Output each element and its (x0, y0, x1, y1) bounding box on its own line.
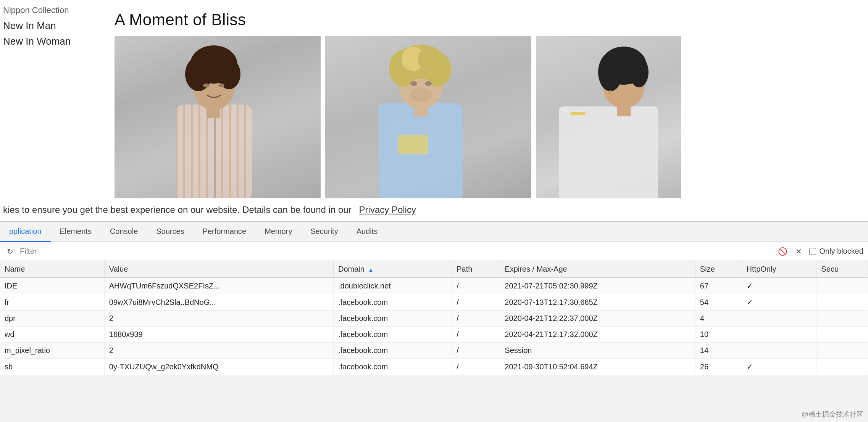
svg-point-16 (212, 51, 231, 72)
photo-2 (325, 36, 531, 200)
svg-rect-3 (191, 105, 193, 200)
devtools-tabs: pplication Elements Console Sources Perf… (0, 222, 868, 242)
svg-rect-21 (398, 135, 428, 154)
col-secure[interactable]: Secu (816, 261, 868, 278)
table-cell: 14 (695, 343, 742, 359)
tab-security[interactable]: Security (301, 222, 347, 242)
filter-bar: ↻ 🚫 ✕ Only blocked (0, 242, 868, 261)
table-row[interactable]: dpr2.facebook.com/2020-04-21T12:22:37.00… (0, 311, 868, 327)
sidebar-item-nippon[interactable]: Nippon Collection (0, 4, 92, 17)
figure-1-svg (145, 36, 282, 200)
tab-audits[interactable]: Audits (347, 222, 387, 242)
col-expires[interactable]: Expires / Max-Age (500, 261, 695, 278)
sidebar-item-new-in-man[interactable]: New In Man (0, 18, 92, 33)
svg-point-27 (418, 48, 439, 71)
table-row[interactable]: fr09wX7ui8MrvCh2Sla..BdNoG....facebook.c… (0, 294, 868, 311)
table-cell: / (452, 311, 500, 327)
table-cell: 2 (104, 343, 333, 359)
tab-memory[interactable]: Memory (255, 222, 301, 242)
filter-input[interactable] (20, 247, 773, 256)
col-name[interactable]: Name (0, 261, 104, 278)
only-blocked-toggle[interactable]: Only blocked (809, 247, 863, 256)
svg-point-36 (598, 53, 623, 91)
table-cell: Session (500, 343, 695, 359)
tab-elements[interactable]: Elements (51, 222, 101, 242)
table-cell: 10 (695, 327, 742, 343)
table-cell (816, 311, 868, 327)
svg-rect-30 (414, 106, 428, 116)
table-cell: .facebook.com (334, 294, 452, 311)
col-size[interactable]: Size (695, 261, 742, 278)
table-cell: 2021-09-30T10:52:04.694Z (500, 359, 695, 375)
block-icon[interactable]: 🚫 (777, 246, 788, 257)
svg-rect-2 (183, 105, 185, 200)
table-cell: / (452, 359, 500, 375)
svg-rect-7 (221, 105, 223, 200)
col-domain[interactable]: Domain ▲ (334, 261, 452, 278)
table-cell: sb (0, 359, 104, 375)
table-cell: 26 (695, 359, 742, 375)
table-cell (742, 311, 816, 327)
table-row[interactable]: IDEAHWqTUm6FszudQXSE2FIsZ....doubleclick… (0, 278, 868, 294)
table-row[interactable]: sb0y-TXUZUQw_g2ek0YxfkdNMQ.facebook.com/… (0, 359, 868, 375)
table-cell: ✓ (742, 278, 816, 294)
table-cell: 1680x939 (104, 327, 333, 343)
table-cell: .facebook.com (334, 311, 452, 327)
close-icon[interactable]: ✕ (793, 246, 804, 257)
svg-point-31 (409, 88, 432, 102)
cookies-table: Name Value Domain ▲ Path Expires / Max-A… (0, 261, 868, 375)
table-cell: / (452, 327, 500, 343)
photo-1 (115, 36, 321, 200)
table-cell (816, 343, 868, 359)
table-cell: ✓ (742, 294, 816, 311)
table-cell: 2020-07-13T12:17:30.665Z (500, 294, 695, 311)
table-cell: 67 (695, 278, 742, 294)
cookie-bar: kies to ensure you get the best experien… (0, 198, 868, 221)
privacy-policy-link[interactable]: Privacy Policy (359, 205, 416, 215)
filter-actions: 🚫 ✕ Only blocked (777, 246, 863, 257)
table-row[interactable]: wd1680x939.facebook.com/2020-04-21T12:17… (0, 327, 868, 343)
col-value[interactable]: Value (104, 261, 333, 278)
cookie-text: kies to ensure you get the best experien… (3, 205, 352, 215)
table-cell: AHWqTUm6FszudQXSE2FIsZ... (104, 278, 333, 294)
table-cell: 09wX7ui8MrvCh2Sla..BdNoG... (104, 294, 333, 311)
table-cell: 2021-07-21T05:02:30.999Z (500, 278, 695, 294)
table-row[interactable]: m_pixel_ratio2.facebook.com/Session14 (0, 343, 868, 359)
svg-rect-19 (207, 106, 220, 118)
table-cell: 0y-TXUZUQw_g2ek0YxfkdNMQ (104, 359, 333, 375)
svg-point-37 (629, 57, 649, 87)
svg-point-29 (425, 81, 432, 86)
table-cell (816, 359, 868, 375)
tab-performance[interactable]: Performance (194, 222, 256, 242)
table-cell (816, 294, 868, 311)
table-cell (816, 327, 868, 343)
table-cell: .facebook.com (334, 343, 452, 359)
table-cell: .facebook.com (334, 327, 452, 343)
sidebar-item-new-in-woman[interactable]: New In Woman (0, 34, 92, 49)
svg-rect-4 (198, 105, 200, 200)
table-cell: 4 (695, 311, 742, 327)
only-blocked-checkbox[interactable] (809, 248, 816, 255)
svg-rect-32 (559, 106, 658, 200)
refresh-button[interactable]: ↻ (5, 246, 15, 257)
col-httponly[interactable]: HttpOnly (742, 261, 816, 278)
svg-rect-8 (229, 105, 231, 200)
table-cell: / (452, 343, 500, 359)
svg-point-28 (410, 81, 417, 86)
table-cell (742, 343, 816, 359)
table-cell: wd (0, 327, 104, 343)
page-title: A Moment of Bliss (92, 0, 868, 36)
tab-console[interactable]: Console (101, 222, 147, 242)
table-cell: 2 (104, 311, 333, 327)
table-cell: / (452, 294, 500, 311)
col-path[interactable]: Path (452, 261, 500, 278)
svg-rect-6 (214, 105, 216, 200)
watermark: @稀土掘金技术社区 (802, 410, 863, 419)
table-cell: fr (0, 294, 104, 311)
table-cell: dpr (0, 311, 104, 327)
table-cell: .facebook.com (334, 359, 452, 375)
svg-rect-33 (570, 112, 586, 115)
svg-rect-39 (617, 106, 631, 116)
tab-application[interactable]: pplication (0, 222, 51, 242)
tab-sources[interactable]: Sources (147, 222, 193, 242)
